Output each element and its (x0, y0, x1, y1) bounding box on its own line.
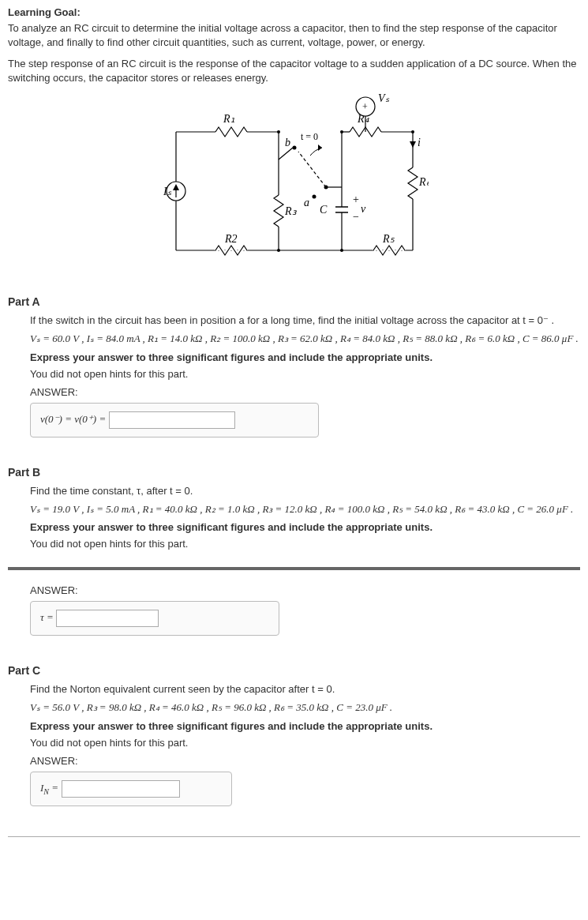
svg-point-35 (411, 130, 414, 133)
learning-goal-heading: Learning Goal: (8, 6, 580, 18)
label-i: i (418, 137, 421, 148)
label-vs-plus: + (362, 101, 368, 112)
label-r5: R₅ (382, 233, 395, 245)
part-a-express: Express your answer to three significant… (30, 351, 580, 363)
part-c-answer-label: ANSWER: (30, 755, 580, 767)
svg-point-34 (340, 130, 343, 133)
label-a: a (304, 197, 309, 208)
learning-goal-para1: To analyze an RC circuit to determine th… (8, 21, 580, 49)
label-t0: t = 0 (301, 131, 318, 142)
divider-rule (8, 567, 580, 570)
label-b: b (285, 137, 290, 148)
part-c-input[interactable] (62, 780, 180, 798)
label-v: v (361, 203, 366, 215)
part-b-values: Vₛ = 19.0 V , Iₛ = 5.0 mA , R₁ = 40.0 kΩ… (30, 501, 580, 517)
part-b-input[interactable] (56, 610, 159, 627)
part-c-values: Vₛ = 56.0 V , R₃ = 98.0 kΩ , R₄ = 46.0 k… (30, 700, 580, 715)
part-c-express: Express your answer to three significant… (30, 720, 580, 732)
part-a-eq: v(0⁻) = v(0⁺) = (40, 413, 106, 425)
part-c-heading: Part C (8, 664, 580, 677)
label-is: Iₛ (163, 186, 172, 197)
label-plus-cap: + (353, 193, 359, 205)
label-r6: R₆ (418, 176, 429, 188)
part-b-hints: You did not open hints for this part. (30, 538, 580, 550)
bottom-rule (8, 836, 580, 837)
label-c: C (320, 204, 328, 216)
svg-line-8 (298, 152, 326, 187)
svg-point-10 (312, 195, 316, 199)
part-a-answer-label: ANSWER: (30, 386, 580, 398)
part-c-prompt: Find the Norton equivalent current seen … (30, 683, 580, 695)
label-r1: R₁ (223, 113, 235, 125)
part-c-hints: You did not open hints for this part. (30, 737, 580, 749)
part-b-heading: Part B (8, 466, 580, 479)
part-b-eq: τ = (40, 612, 54, 624)
svg-point-32 (277, 249, 280, 252)
label-r2: R2 (224, 233, 238, 245)
learning-goal-para2: The step response of an RC circuit is th… (8, 57, 580, 84)
part-b-prompt: Find the time constant, τ, after t = 0. (30, 485, 580, 497)
circuit-diagram: Iₛ R₁ b t = 0 a R₃ R2 C + − v R₄ (8, 92, 580, 276)
svg-marker-30 (410, 141, 416, 148)
part-a-prompt: If the switch in the circuit has been in… (30, 314, 580, 326)
svg-point-7 (292, 146, 296, 150)
label-vs: Vₛ (378, 92, 390, 104)
part-b-express: Express your answer to three significant… (30, 521, 580, 533)
part-b-answer-box: τ = (30, 601, 279, 636)
part-b-answer-label: ANSWER: (30, 584, 580, 596)
svg-marker-9 (318, 145, 322, 151)
svg-point-33 (340, 249, 343, 252)
part-a-values: Vₛ = 60.0 V , Iₛ = 84.0 mA , R₁ = 14.0 k… (30, 331, 580, 347)
label-minus-cap: − (353, 211, 359, 223)
part-a-hints: You did not open hints for this part. (30, 368, 580, 380)
svg-line-13 (279, 148, 293, 160)
label-r3: R₃ (284, 205, 298, 217)
part-a-heading: Part A (8, 295, 580, 308)
part-a-answer-box: v(0⁻) = v(0⁺) = (30, 403, 319, 437)
part-a-input[interactable] (109, 411, 235, 429)
part-c-eq: IN = (40, 782, 58, 794)
part-c-answer-box: IN = (30, 772, 232, 806)
